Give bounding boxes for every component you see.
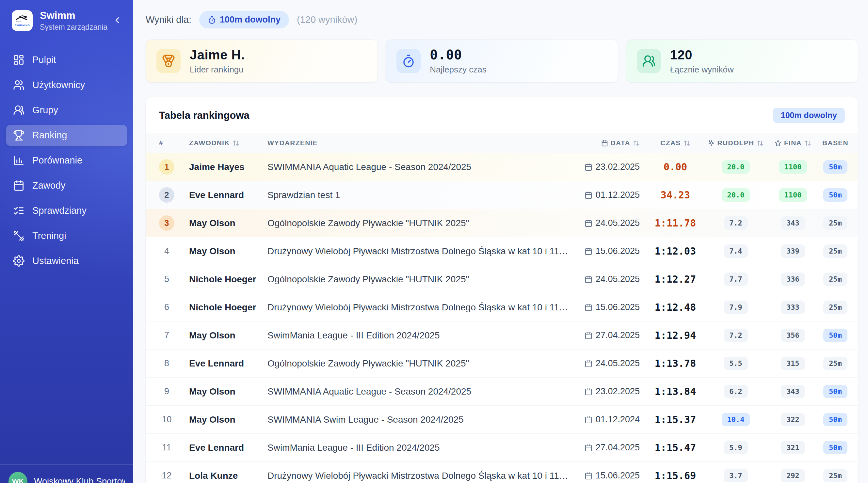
table-row[interactable]: 4 May Olson Drużynowy Wielobój Pływacki … <box>146 237 858 265</box>
athlete-name: May Olson <box>189 246 268 257</box>
col-header-basen: Basen <box>820 139 850 147</box>
date-cell: 23.02.2025 <box>579 386 644 396</box>
col-header-wydarzenie: Wydarzenie <box>268 139 579 147</box>
date-value: 24.05.2025 <box>596 218 640 228</box>
athlete-name: May Olson <box>189 218 268 228</box>
date-value: 27.04.2025 <box>596 443 640 453</box>
time-value: 1:15.37 <box>644 414 706 425</box>
pool-badge: 50m <box>823 329 847 342</box>
dashboard-icon <box>13 54 25 66</box>
gear-icon <box>13 255 25 267</box>
table-row[interactable]: 12 Lola Kunze Drużynowy Wielobój Pływack… <box>146 462 858 483</box>
table-row[interactable]: 1 Jaime Hayes SWIMMANIA Aquatic League -… <box>146 153 858 181</box>
date-cell: 01.12.2025 <box>579 190 644 200</box>
rudolph-badge: 7.4 <box>724 245 748 258</box>
calendar-icon <box>585 163 592 171</box>
athlete-name: Eve Lennard <box>189 443 268 453</box>
event-name: SwimMania League - III Edition 2024/2025 <box>268 443 579 453</box>
sidebar-nav: Pulpit Użytkownicy Grupy Ranking Porówna… <box>0 41 133 280</box>
event-name: Ogólnopolskie Zawody Pływackie "HUTNIK 2… <box>268 358 579 369</box>
table-row[interactable]: 5 Nichole Hoeger Ogólnopolskie Zawody Pł… <box>146 265 858 293</box>
event-name: Drużynowy Wielobój Pływacki Mistrzostwa … <box>268 302 579 313</box>
date-cell: 24.05.2025 <box>579 274 644 284</box>
fina-badge: 1100 <box>779 160 807 173</box>
leader-label: Lider rankingu <box>190 65 245 75</box>
athlete-name: Eve Lennard <box>189 190 268 200</box>
sidebar-collapse-button[interactable] <box>111 13 124 28</box>
app-subtitle: System zarządzania <box>40 23 103 32</box>
pool-badge: 50m <box>823 413 847 426</box>
star-icon <box>775 140 781 147</box>
date-cell: 24.05.2025 <box>579 358 644 368</box>
date-value: 23.02.2025 <box>596 162 640 172</box>
date-value: 15.06.2025 <box>596 246 640 256</box>
stat-cards: Jaime H. Lider rankingu 0.00 Najlepszy c… <box>146 39 858 83</box>
rank-badge: 4 <box>159 244 175 259</box>
pool-badge: 25m <box>823 469 847 482</box>
rank-badge: 3 <box>159 215 175 231</box>
app-logo: SWIMMING <box>12 10 33 31</box>
sidebar-item-pulpit[interactable]: Pulpit <box>6 50 127 70</box>
table-row[interactable]: 7 May Olson SwimMania League - III Editi… <box>146 321 858 350</box>
date-cell: 15.06.2025 <box>579 302 644 312</box>
rudolph-badge: 5.9 <box>724 441 748 454</box>
col-header-czas[interactable]: Czas <box>644 139 706 147</box>
table-body: 1 Jaime Hayes SWIMMANIA Aquatic League -… <box>146 153 858 483</box>
pool-badge: 50m <box>823 385 847 398</box>
col-header-rudolph[interactable]: Rudolph <box>706 139 765 147</box>
table-row[interactable]: 3 May Olson Ogólnopolskie Zawody Pływack… <box>146 209 858 237</box>
sidebar-item-label: Ustawienia <box>32 256 79 266</box>
col-header-rank: # <box>159 139 189 147</box>
sidebar-item-ustawienia[interactable]: Ustawienia <box>6 251 127 271</box>
trophy-icon <box>13 130 25 141</box>
stat-card-leader: Jaime H. Lider rankingu <box>146 39 378 83</box>
table-row[interactable]: 11 Eve Lennard SwimMania League - III Ed… <box>146 434 858 462</box>
calendar-icon <box>585 247 592 255</box>
table-row[interactable]: 10 May Olson SWIMMANIA Swim League - Sea… <box>146 406 858 434</box>
users-icon <box>13 79 25 91</box>
fina-badge: 343 <box>781 216 805 230</box>
date-cell: 23.02.2025 <box>579 162 644 172</box>
event-filter-chip[interactable]: 100m dowolny <box>199 11 289 28</box>
pool-badge: 25m <box>823 300 847 314</box>
sort-icon <box>683 140 690 147</box>
sidebar-user[interactable]: WK Wojskowy Klub Sportowy ... <box>0 464 133 483</box>
table-row[interactable]: 6 Nichole Hoeger Drużynowy Wielobój Pływ… <box>146 293 858 321</box>
col-header-fina[interactable]: FINA <box>765 139 820 147</box>
sidebar-item-zawody[interactable]: Zawody <box>6 175 127 196</box>
calendar-icon <box>585 191 592 199</box>
sidebar-item-ranking[interactable]: Ranking <box>6 125 127 146</box>
table-card-header: Tabela rankingowa 100m dowolny <box>146 97 858 133</box>
table-event-chip[interactable]: 100m dowolny <box>773 108 845 123</box>
sidebar-item-grupy[interactable]: Grupy <box>6 100 127 121</box>
table-row[interactable]: 2 Eve Lennard Sprawdzian test 1 01.12.20… <box>146 181 858 209</box>
col-header-data[interactable]: Data <box>579 139 644 147</box>
date-value: 15.06.2025 <box>596 302 640 312</box>
sidebar-item-sprawdziany[interactable]: Sprawdziany <box>6 200 127 221</box>
col-header-zawodnik[interactable]: Zawodnik <box>189 139 268 147</box>
sidebar-item-treningi[interactable]: Treningi <box>6 226 127 247</box>
pool-badge: 50m <box>823 160 847 173</box>
date-value: 15.06.2025 <box>596 471 640 481</box>
sidebar-item-uzytkownicy[interactable]: Użytkownicy <box>6 75 127 96</box>
sidebar-item-porownanie[interactable]: Porównanie <box>6 150 127 171</box>
page-header: Wyniki dla: 100m dowolny (120 wyników) <box>146 11 858 28</box>
event-name: SWIMMANIA Aquatic League - Season 2024/2… <box>268 162 579 172</box>
pool-badge: 50m <box>823 441 847 454</box>
table-row[interactable]: 9 May Olson SWIMMANIA Aquatic League - S… <box>146 378 858 406</box>
calendar-icon <box>13 180 25 191</box>
rank-badge: 7 <box>159 328 175 343</box>
rudolph-badge: 10.4 <box>722 413 750 426</box>
rank-badge: 6 <box>159 299 175 315</box>
table-row[interactable]: 8 Eve Lennard Ogólnopolskie Zawody Pływa… <box>146 350 858 378</box>
results-for-label: Wyniki dla: <box>146 14 191 25</box>
event-name: Ogólnopolskie Zawody Pływackie "HUTNIK 2… <box>268 274 579 285</box>
time-value: 1:12.27 <box>644 273 706 285</box>
time-value: 1:13.78 <box>644 358 706 369</box>
club-name: Wojskowy Klub Sportowy ... <box>34 477 125 483</box>
sidebar-item-label: Treningi <box>32 230 66 241</box>
date-cell: 15.06.2025 <box>579 471 644 481</box>
avatar: WK <box>8 472 27 483</box>
time-value: 1:11.78 <box>644 217 706 229</box>
pool-badge: 50m <box>823 188 847 202</box>
